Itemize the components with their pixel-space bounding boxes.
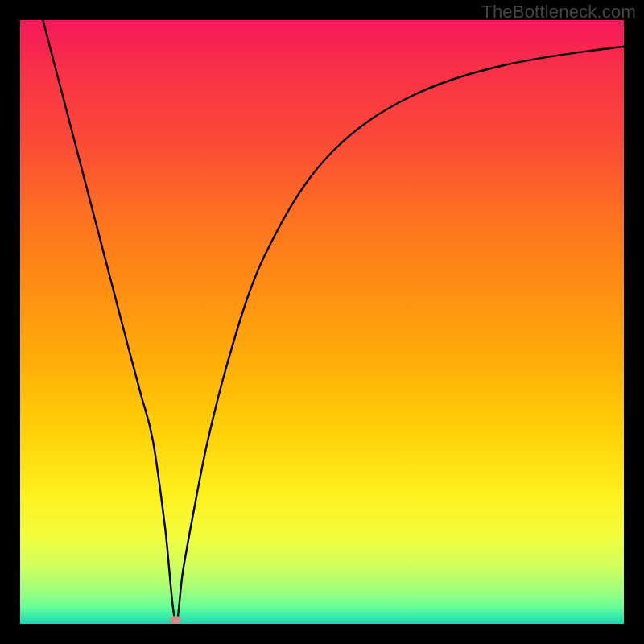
min-dot (170, 616, 181, 624)
curve-path (39, 20, 625, 621)
curve-svg (20, 20, 624, 624)
chart-frame: TheBottleneck.com (0, 0, 644, 644)
watermark-text: TheBottleneck.com (481, 2, 636, 23)
plot-area (20, 20, 624, 624)
